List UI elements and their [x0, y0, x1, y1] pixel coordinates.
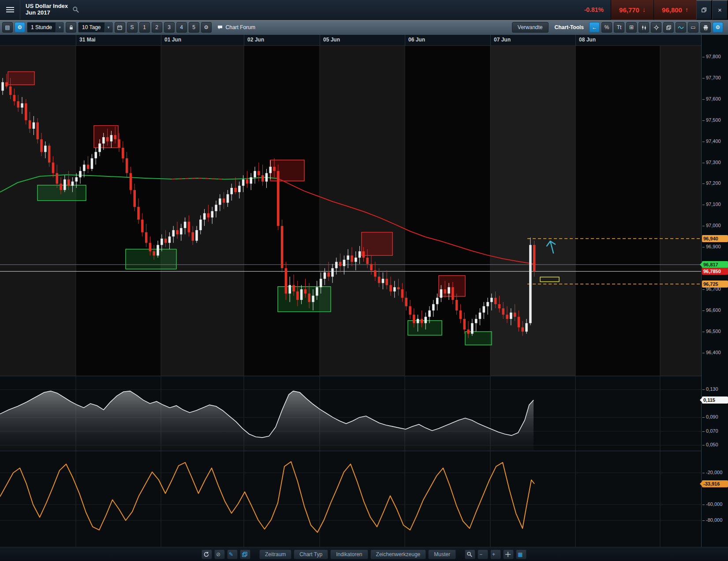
arrow-down-icon: ↓ — [642, 6, 646, 13]
indikatoren-button[interactable]: Indikatoren — [330, 550, 368, 559]
percent-tool-button[interactable]: % — [601, 22, 612, 33]
print-icon[interactable] — [700, 22, 711, 33]
restore-window-icon[interactable] — [696, 0, 712, 20]
zoom-out-button[interactable]: − — [478, 550, 488, 559]
chart-scale-icon[interactable]: ▦ — [516, 550, 526, 559]
instrument-title-block: US Dollar Index Jun 2017 — [26, 3, 68, 16]
menu-button[interactable] — [0, 0, 20, 19]
trading-app: US Dollar Index Jun 2017 -0.81% 96,770 ↓… — [0, 0, 728, 561]
chart-typ-button[interactable]: Chart Typ — [294, 550, 328, 559]
price-tick: 97,800 — [702, 54, 721, 59]
upper-range-price-tag: 96,940 — [702, 235, 728, 242]
scale-button-4[interactable]: 4 — [176, 22, 187, 33]
zoom-icon[interactable] — [465, 550, 475, 559]
chart-forum-button[interactable]: Chart Forum — [215, 24, 257, 30]
price-tick: 97,100 — [702, 202, 721, 207]
chart-settings-button[interactable]: ⚙ — [15, 22, 25, 33]
buy-quote-button[interactable]: 96,800 ↑ — [653, 0, 696, 20]
search-icon[interactable] — [72, 6, 79, 13]
price-axis[interactable]: -80,000-60,000-20,0000,0500,0700,0900,13… — [701, 35, 728, 547]
scale-button-1[interactable]: 1 — [139, 22, 150, 33]
interval-dropdown[interactable]: 1 Stunde ▾ — [27, 22, 64, 33]
bid-price-tag: 96,817 — [702, 261, 728, 268]
price-tick: 0,090 — [702, 414, 718, 419]
back-arrow-icon[interactable]: ← — [589, 22, 600, 33]
price-tick: 97,300 — [702, 160, 721, 165]
titlebar: US Dollar Index Jun 2017 -0.81% 96,770 ↓… — [0, 0, 728, 20]
price-tick: 96,900 — [702, 244, 721, 249]
grid-tool-icon[interactable]: ⊞ — [626, 22, 637, 33]
interval-value: 1 Stunde — [31, 24, 52, 30]
volatility-value-tag: 0,115 — [702, 396, 728, 404]
price-tick: 97,500 — [702, 117, 721, 123]
lock-icon[interactable] — [66, 22, 76, 33]
date-label: 31 Mai — [79, 37, 96, 43]
date-grid-tick — [405, 35, 405, 46]
range-value: 10 Tage — [82, 24, 101, 30]
volatility-indicator-panel[interactable] — [0, 376, 701, 451]
news-panel-button[interactable]: ▤ — [2, 22, 13, 33]
wave-tool-icon[interactable] — [676, 22, 686, 33]
crosshair-tool-icon[interactable] — [651, 22, 661, 33]
session-button[interactable]: S — [127, 22, 138, 33]
zeitraum-button[interactable]: Zeitraum — [259, 550, 291, 559]
date-grid-tick — [244, 35, 244, 46]
date-label: 07 Jun — [494, 37, 511, 43]
windows-layout-icon[interactable] — [663, 22, 674, 33]
refresh-icon[interactable] — [202, 550, 212, 559]
crosshair-mode-icon[interactable] — [503, 550, 514, 559]
chart-forum-label: Chart Forum — [226, 24, 255, 30]
scale-button-2[interactable]: 2 — [152, 22, 162, 33]
price-tick: 97,200 — [702, 180, 721, 186]
scale-button-3[interactable]: 3 — [164, 22, 175, 33]
date-grid-tick — [161, 35, 161, 46]
candlestick-tool-icon[interactable] — [638, 22, 649, 33]
date-label: 08 Jun — [579, 37, 596, 43]
date-label: 01 Jun — [164, 37, 181, 43]
price-tick: 0,050 — [702, 442, 718, 447]
chart-tools-group: Verwandte Chart-Tools ← % Tt ⊞ ▭ ⚙ — [512, 22, 726, 33]
range-dropdown[interactable]: 10 Tage ▾ — [78, 22, 113, 33]
main-price-chart[interactable] — [0, 46, 701, 376]
date-grid-tick — [490, 35, 491, 46]
muster-button[interactable]: Muster — [428, 550, 456, 559]
chart-toolbar: ▤ ⚙ 1 Stunde ▾ 10 Tage ▾ S 1 2 3 4 5 ⚙ C… — [0, 20, 728, 35]
zoom-in-button[interactable]: + — [490, 550, 501, 559]
date-label: 06 Jun — [408, 37, 425, 43]
price-tick: 96,600 — [702, 307, 721, 313]
price-tick: -60,000 — [702, 501, 722, 507]
bottom-toolbar: ⊘ ✎ Zeitraum Chart Typ Indikatoren Zeich… — [0, 547, 728, 561]
oscillator-indicator-panel[interactable] — [0, 451, 701, 547]
price-tick: 96,500 — [702, 329, 721, 334]
price-tick: -80,000 — [702, 517, 722, 523]
oscillator-value-tag: -33,916 — [702, 480, 728, 487]
instrument-title: US Dollar Index — [26, 3, 68, 10]
sell-quote-button[interactable]: 96,770 ↓ — [611, 0, 653, 20]
chevron-down-icon: ▾ — [56, 22, 63, 32]
buy-price: 96,800 — [662, 6, 682, 14]
disable-drawings-icon[interactable]: ⊘ — [214, 550, 225, 559]
price-tick: 97,000 — [702, 223, 721, 228]
change-percent: -0.81% — [584, 6, 604, 13]
scale-button-5[interactable]: 5 — [189, 22, 199, 33]
layers-icon[interactable] — [240, 550, 250, 559]
price-tick: -20,000 — [702, 470, 722, 475]
chevron-down-icon: ▾ — [105, 22, 112, 32]
date-axis[interactable]: 31 Mai01 Jun02 Jun05 Jun06 Jun07 Jun08 J… — [0, 35, 701, 46]
advanced-settings-icon[interactable]: ⚙ — [713, 22, 723, 33]
speech-bubble-icon — [217, 24, 223, 30]
text-tool-button[interactable]: Tt — [614, 22, 624, 33]
indicator-settings-button[interactable]: ⚙ — [201, 22, 212, 33]
verwandte-button[interactable]: Verwandte — [512, 22, 549, 33]
close-icon[interactable]: × — [712, 0, 728, 20]
date-grid-tick — [575, 35, 576, 46]
rectangle-tool-icon[interactable]: ▭ — [688, 22, 698, 33]
arrow-up-icon: ↑ — [685, 6, 688, 13]
draw-pencil-icon[interactable]: ✎ — [227, 550, 238, 559]
date-label: 02 Jun — [247, 37, 264, 43]
calendar-icon[interactable] — [115, 22, 125, 33]
date-grid-tick — [320, 35, 320, 46]
zeichenwerkzeuge-button[interactable]: Zeichenwerkzeuge — [370, 550, 426, 559]
date-label: 05 Jun — [323, 37, 340, 43]
last-price-tag: 96,7850 — [702, 268, 728, 275]
